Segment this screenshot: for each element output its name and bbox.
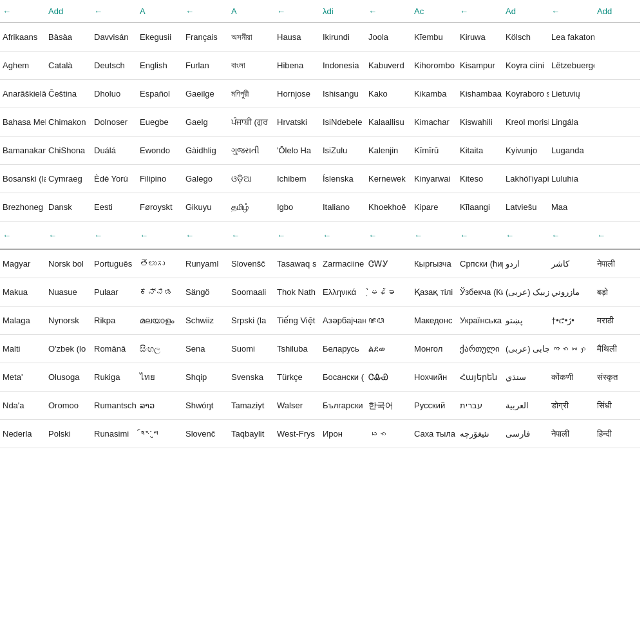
language-item[interactable]: Ewondo [137,137,183,165]
language-item[interactable]: Bamanakan [0,137,46,165]
language-item[interactable]: Meta' [0,363,46,392]
language-item[interactable]: ქართული [457,335,503,363]
language-item[interactable]: ልደወ [366,335,412,363]
language-item[interactable]: ChiShona [46,137,91,165]
language-item[interactable]: Brezhoneg [0,193,46,222]
language-item[interactable]: Dolnoser [91,108,137,137]
language-item[interactable]: ནོར་བུ [137,420,183,448]
language-item[interactable]: Kinyarwai [412,165,457,193]
language-item[interactable]: نئيغۆرچه [457,420,503,448]
language-item[interactable]: IsiZulu [320,137,366,165]
language-item[interactable]: Català [46,52,91,80]
language-item[interactable]: Latviešu [503,193,549,222]
language-item[interactable]: Kipare [412,193,457,222]
language-item[interactable]: Rumantsch [91,392,137,420]
language-item[interactable]: Igbo [274,193,320,222]
language-item[interactable]: Sängö [183,278,229,307]
language-item[interactable]: Kyivunjo [503,137,549,165]
language-item[interactable]: Ishisangu [320,80,366,108]
language-item[interactable]: ਪੰਜਾਬੀ (ਗੁਰ [229,108,274,137]
language-item[interactable]: Khoekhoê [366,193,412,222]
back-arrow[interactable]: ← [91,0,137,23]
language-item[interactable]: ಕನ್ನಡ [137,278,183,307]
language-item[interactable]: Indonesia [320,52,366,80]
language-item[interactable]: Euegbe [137,108,183,137]
language-item[interactable]: Kishambaa [457,80,503,108]
language-item[interactable] [594,165,640,193]
separator-nav-arrow[interactable]: ← [274,222,320,250]
language-item[interactable]: सिंधी [594,392,640,420]
language-item[interactable]: Саха тыла [412,420,457,448]
language-item[interactable]: नेपाली [594,250,640,278]
language-item[interactable]: Dansk [46,193,91,222]
language-item[interactable]: Cymraeg [46,165,91,193]
language-item[interactable]: Davvisán [91,23,137,52]
language-item[interactable]: Dholuo [91,80,137,108]
language-item[interactable]: Anarâškielâ [0,80,46,108]
language-item[interactable]: Kernewek [366,165,412,193]
language-item[interactable]: Español [137,80,183,108]
language-item[interactable]: Magyar [0,250,46,278]
add-button[interactable]: Add [594,0,640,23]
language-item[interactable]: Sena [183,335,229,363]
language-item[interactable]: Gàidhlig [183,137,229,165]
language-item[interactable]: Ichibem [274,165,320,193]
language-item[interactable]: Koyra ciini [503,52,549,80]
language-item[interactable]: Gaeilge [183,80,229,108]
language-item[interactable]: Kihorombo [412,52,457,80]
separator-nav-arrow[interactable]: ← [320,222,366,250]
language-item[interactable]: Српски (ћир [457,250,503,278]
language-item[interactable]: ᏣᎲᏯ [366,363,412,392]
language-item[interactable]: Tasawaq s [274,250,320,278]
language-item[interactable]: Joola [366,23,412,52]
language-item[interactable]: தமிழ் [229,193,274,222]
language-item[interactable]: Kölsch [503,23,549,52]
language-item[interactable]: बड़ो [594,278,640,307]
language-item[interactable]: মণিপুরী [229,80,274,108]
language-item[interactable]: Luganda [549,137,594,165]
language-item[interactable]: 한국어 [366,392,412,420]
language-item[interactable]: Chimakon [46,108,91,137]
language-item[interactable] [594,108,640,137]
language-item[interactable]: ไทย [137,363,183,392]
language-item[interactable]: Kīmīrū [412,137,457,165]
language-item[interactable]: অসমীয়া [229,23,274,52]
language-item[interactable]: Runyaml [183,250,229,278]
language-item[interactable]: Malti [0,335,46,363]
language-item[interactable]: Kiteso [457,165,503,193]
language-item[interactable]: Ирон [320,420,366,448]
language-item[interactable]: پنجابی (عربی) [503,335,549,363]
language-item[interactable]: Gaelg [183,108,229,137]
language-item[interactable]: Bosanski (lat [0,165,46,193]
language-item[interactable]: اردو [503,250,549,278]
language-item[interactable]: Нохчийн [412,363,457,392]
language-item[interactable]: မြန်မာ [366,278,412,307]
language-item[interactable]: Soomaali [229,278,274,307]
language-item[interactable] [594,137,640,165]
language-item[interactable]: Ekegusii [137,23,183,52]
language-item[interactable]: ꩠꩫꩬꩭ [549,335,594,363]
language-item[interactable] [594,52,640,80]
language-item[interactable]: Română [91,335,137,363]
language-item[interactable]: Kabuverd [366,52,412,80]
language-item[interactable]: Íslenska [320,165,366,193]
language-item[interactable] [594,23,640,52]
language-item[interactable]: Galego [183,165,229,193]
language-item[interactable]: Pulaar [91,278,137,307]
language-item[interactable]: Maa [549,193,594,222]
language-item[interactable]: Ikirundi [320,23,366,52]
language-item[interactable]: తెలుగు [137,250,183,278]
language-item[interactable]: ꦗꦮ [366,307,412,335]
language-item[interactable]: मैथिली [594,335,640,363]
language-item[interactable]: پښتو [503,307,549,335]
back-arrow[interactable]: ← [457,0,503,23]
language-item[interactable]: ꩢꩫ [366,420,412,448]
language-item[interactable]: Svenska [229,363,274,392]
language-item[interactable]: Kiruwa [457,23,503,52]
language-item[interactable]: Runasimi [91,420,137,448]
language-item[interactable]: संस्कृत [594,363,640,392]
language-item[interactable]: Tamaziyt [229,392,274,420]
language-item[interactable]: Oromoo [46,392,91,420]
language-item[interactable]: Zarmaciine [320,250,366,278]
separator-nav-arrow[interactable]: ← [183,222,229,250]
